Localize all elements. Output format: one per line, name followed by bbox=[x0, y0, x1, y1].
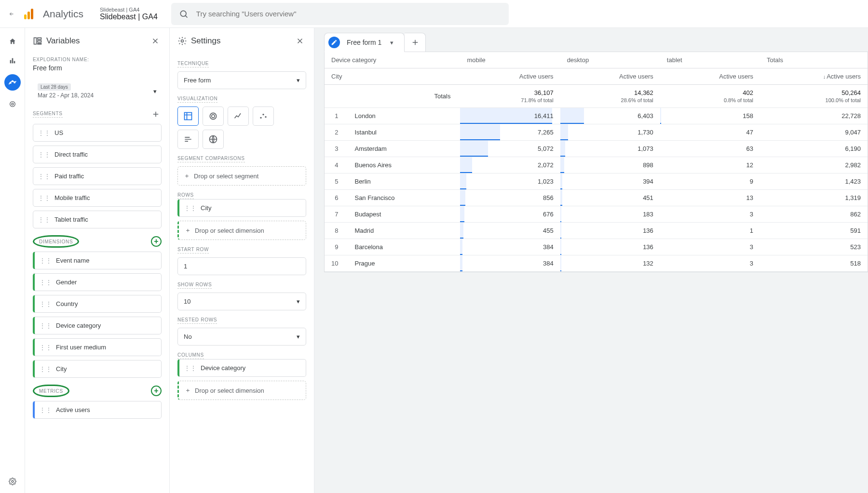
plus-icon: ＋ bbox=[185, 226, 191, 235]
grip-icon: ⋮⋮ bbox=[38, 131, 51, 135]
close-settings-button[interactable] bbox=[294, 35, 306, 47]
chip-item[interactable]: ⋮⋮Device category bbox=[33, 317, 162, 334]
row-index: 9 bbox=[325, 239, 348, 255]
table-row[interactable]: 8Madrid4551361591 bbox=[325, 223, 868, 239]
row-index: 1 bbox=[325, 108, 348, 124]
svg-rect-11 bbox=[38, 38, 41, 39]
row-mobile: 1,023 bbox=[460, 173, 560, 190]
technique-select[interactable]: Free form ▾ bbox=[177, 71, 306, 89]
row-mobile: 455 bbox=[460, 223, 560, 239]
nested-rows-select[interactable]: No ▾ bbox=[177, 328, 306, 346]
viz-line-button[interactable] bbox=[228, 107, 249, 126]
start-row-input[interactable] bbox=[177, 257, 306, 275]
table-row[interactable]: 1London16,4116,40315822,728 bbox=[325, 108, 868, 124]
totals-grand: 50,264100.0% of total bbox=[760, 85, 868, 108]
show-rows-select[interactable]: 10 ▾ bbox=[177, 293, 306, 310]
header-metric-tablet[interactable]: Active users bbox=[660, 68, 760, 85]
close-variables-button[interactable] bbox=[149, 35, 162, 47]
global-search[interactable] bbox=[171, 3, 509, 25]
chip-item[interactable]: ⋮⋮City bbox=[33, 360, 162, 378]
row-index: 7 bbox=[325, 206, 348, 223]
header-device-category[interactable]: Device category bbox=[325, 52, 460, 68]
row-tablet: 13 bbox=[660, 190, 760, 206]
table-row[interactable]: 9Barcelona3841363523 bbox=[325, 239, 868, 255]
chip-item[interactable]: ⋮⋮Tablet traffic bbox=[33, 211, 162, 228]
svg-rect-3 bbox=[14, 61, 15, 64]
header-mobile[interactable]: mobile bbox=[460, 52, 560, 68]
header-metric-mobile[interactable]: Active users bbox=[460, 68, 560, 85]
column-chip-device[interactable]: ⋮⋮ Device category bbox=[177, 359, 306, 377]
table-row[interactable]: 4Buenos Aires2,072898122,982 bbox=[325, 157, 868, 173]
row-chip-city[interactable]: ⋮⋮ City bbox=[177, 199, 306, 217]
svg-point-6 bbox=[14, 82, 15, 83]
column-drop-label: Drop or select dimension bbox=[195, 387, 264, 394]
row-total: 523 bbox=[760, 239, 868, 255]
chip-item[interactable]: ⋮⋮Event name bbox=[33, 252, 162, 269]
table-row[interactable]: 3Amsterdam5,0721,073636,190 bbox=[325, 141, 868, 157]
date-range-value: Mar 22 - Apr 18, 2024 bbox=[38, 92, 94, 99]
breadcrumb-account: Slidebeast | GA4 bbox=[100, 7, 158, 13]
row-tablet: 1 bbox=[660, 223, 760, 239]
breadcrumb[interactable]: Slidebeast | GA4 Slidebeast | GA4 bbox=[100, 7, 158, 21]
date-range-picker[interactable]: Last 28 days Mar 22 - Apr 18, 2024 ▾ bbox=[33, 80, 162, 102]
table-row[interactable]: 2Istanbul7,2651,730479,047 bbox=[325, 124, 868, 141]
chip-item[interactable]: ⋮⋮Paid traffic bbox=[33, 167, 162, 185]
row-index: 3 bbox=[325, 141, 348, 157]
viz-scatter-button[interactable] bbox=[253, 107, 274, 126]
add-dimension-button[interactable]: + bbox=[151, 236, 162, 247]
row-total: 6,190 bbox=[760, 141, 868, 157]
nav-reports-icon[interactable] bbox=[7, 55, 18, 67]
chip-label: Paid traffic bbox=[54, 173, 84, 180]
header-totals[interactable]: Totals bbox=[760, 52, 868, 68]
add-metric-button[interactable]: + bbox=[151, 386, 162, 396]
viz-table-button[interactable] bbox=[177, 107, 199, 126]
segment-drop-zone[interactable]: ＋ Drop or select segment bbox=[177, 166, 306, 186]
grip-icon: ⋮⋮ bbox=[40, 346, 52, 349]
header-desktop[interactable]: desktop bbox=[560, 52, 660, 68]
viz-bar-button[interactable] bbox=[177, 130, 199, 149]
row-mobile: 7,265 bbox=[460, 124, 560, 141]
viz-geo-button[interactable] bbox=[203, 130, 224, 149]
chip-item[interactable]: ⋮⋮Country bbox=[33, 295, 162, 313]
table-row[interactable]: 5Berlin1,02339491,423 bbox=[325, 173, 868, 190]
table-row[interactable]: 7Budapest6761833862 bbox=[325, 206, 868, 223]
row-mobile: 384 bbox=[460, 239, 560, 255]
row-index: 10 bbox=[325, 255, 348, 272]
chip-item[interactable]: ⋮⋮Direct traffic bbox=[33, 146, 162, 163]
nav-advertising-icon[interactable] bbox=[7, 98, 18, 110]
nav-home-icon[interactable] bbox=[7, 36, 18, 47]
row-mobile: 5,072 bbox=[460, 141, 560, 157]
chip-item[interactable]: ⋮⋮Gender bbox=[33, 273, 162, 291]
header-tablet[interactable]: tablet bbox=[660, 52, 760, 68]
back-button[interactable] bbox=[6, 8, 17, 20]
add-segment-button[interactable] bbox=[150, 108, 162, 120]
tab-menu-button[interactable]: ▾ bbox=[388, 37, 395, 48]
nav-admin-icon[interactable] bbox=[7, 476, 18, 487]
header-city[interactable]: City bbox=[325, 68, 460, 85]
add-tab-button[interactable] bbox=[405, 33, 426, 52]
table-row[interactable]: 6San Francisco856451131,319 bbox=[325, 190, 868, 206]
visualization-label: VISUALIZATION bbox=[177, 96, 217, 103]
chip-item[interactable]: ⋮⋮Mobile traffic bbox=[33, 189, 162, 207]
tab-freeform-1[interactable]: Free form 1 ▾ bbox=[324, 33, 405, 52]
table-row[interactable]: 10Prague3841323518 bbox=[325, 255, 868, 272]
header-metric-desktop[interactable]: Active users bbox=[560, 68, 660, 85]
row-total: 1,423 bbox=[760, 173, 868, 190]
chip-label: Direct traffic bbox=[54, 151, 88, 158]
chip-item[interactable]: ⋮⋮First user medium bbox=[33, 338, 162, 356]
search-input[interactable] bbox=[196, 10, 501, 18]
exploration-table: Device category mobile desktop tablet To… bbox=[325, 52, 868, 272]
grip-icon: ⋮⋮ bbox=[40, 280, 52, 284]
column-drop-zone[interactable]: ＋ Drop or select dimension bbox=[177, 381, 306, 400]
row-tablet: 3 bbox=[660, 239, 760, 255]
viz-donut-button[interactable] bbox=[203, 107, 224, 126]
row-city: Istanbul bbox=[348, 124, 460, 141]
chip-item[interactable]: ⋮⋮Active users bbox=[33, 401, 162, 419]
row-drop-zone[interactable]: ＋ Drop or select dimension bbox=[177, 221, 306, 240]
nav-explore-icon[interactable] bbox=[4, 74, 21, 91]
tab-name: Free form 1 bbox=[347, 39, 381, 46]
header-sort[interactable]: ↓Active users bbox=[760, 68, 868, 85]
exploration-name[interactable]: Free form bbox=[33, 64, 162, 72]
chip-item[interactable]: ⋮⋮US bbox=[33, 124, 162, 142]
grip-icon: ⋮⋮ bbox=[40, 408, 52, 412]
